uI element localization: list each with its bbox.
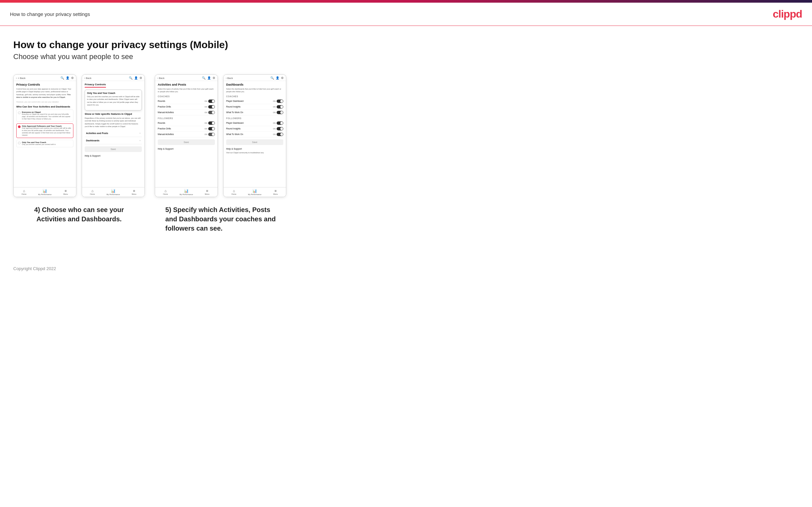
followers-rounds-label: Rounds <box>158 122 165 124</box>
person-icon4[interactable]: 👤 <box>276 76 279 79</box>
dash-followers-player-toggle[interactable]: ON <box>273 121 283 125</box>
dash-followers-workon-toggle[interactable]: ON <box>273 133 283 136</box>
dashboards-label: Dashboards <box>86 139 99 142</box>
screen1-body: Privacy Controls Control how you and you… <box>14 81 76 187</box>
screen3-header: ‹ Back 🔍 👤 ⚙ <box>155 75 217 81</box>
followers-rounds-row: Rounds ON <box>158 120 215 126</box>
nav-performance-label: My Performance <box>38 193 51 195</box>
screen2-nav-menu[interactable]: ≡ Menu <box>123 187 145 197</box>
right-screenshot-pair: ‹ Back 🔍 👤 ⚙ Activities and Posts Select… <box>155 74 286 197</box>
coaches-rounds-toggle[interactable]: ON <box>205 100 215 103</box>
screen2-nav-home[interactable]: ⌂ Home <box>82 187 103 197</box>
screen2-nav-performance[interactable]: 📊 My Performance <box>103 187 124 197</box>
screen2-back[interactable]: ‹ Back <box>84 77 91 79</box>
coaches-drills-toggle[interactable]: ON <box>205 105 215 109</box>
option-coach-only-desc: Only you and the coaches you connect wit… <box>22 143 56 146</box>
home-icon5: ⌂ <box>233 189 235 193</box>
followers-manual-label: Manual Activities <box>158 133 174 135</box>
option-approved-desc: Only approved followers and coaches you … <box>22 127 72 136</box>
screen1-back[interactable]: ‹ < Back <box>16 77 26 79</box>
caption5-line2: and Dashboards your coaches and <box>165 215 276 223</box>
logo: clippd <box>773 8 802 20</box>
home-icon: ⌂ <box>23 189 25 193</box>
nav-menu-label: Menu <box>63 193 68 195</box>
screen2-save-btn[interactable]: Save <box>85 146 142 152</box>
activities-arrow: › <box>140 132 141 135</box>
dash-followers-insights-toggle[interactable]: ON <box>273 127 283 130</box>
nav-home-label: Home <box>21 193 27 195</box>
coaches-manual-label: Manual Activities <box>158 111 174 113</box>
screen2-dashboards-item[interactable]: Dashboards › <box>85 137 142 144</box>
screen2-tab[interactable]: Privacy Controls <box>85 83 106 88</box>
radio-approved[interactable] <box>18 125 20 128</box>
caption4: 4) Choose who can see your Activities an… <box>26 205 132 224</box>
radio-everyone[interactable] <box>18 111 20 114</box>
dash-coaches-player-label: Player Dashboard <box>226 100 244 102</box>
popup-text: Only you and the coaches you connect wit… <box>87 95 140 106</box>
screen2-header: ‹ Back 🔍 👤 ⚙ <box>82 75 145 81</box>
settings-icon3[interactable]: ⚙ <box>212 76 215 79</box>
left-screenshot-group: ‹ < Back 🔍 👤 ⚙ Privacy Controls Control … <box>13 74 145 224</box>
dash-coaches-workon-toggle[interactable]: ON <box>273 111 283 114</box>
search-icon3[interactable]: 🔍 <box>202 76 206 79</box>
page-subheading: Choose what you want people to see <box>13 52 452 61</box>
radio-coach-only[interactable] <box>18 142 20 144</box>
screen4-help-text: Visit our Clippd community to troublesho… <box>226 151 283 154</box>
option-everyone[interactable]: Everyone on Clippd Everyone on Clippd ca… <box>16 110 73 122</box>
dash-followers-insights-row: Round Insights ON <box>226 126 283 132</box>
screen1-sub-text: However, you can control who can see you… <box>16 101 73 103</box>
dash-coaches-insights-toggle[interactable]: ON <box>273 105 283 109</box>
followers-drills-row: Practice Drills ON <box>158 126 215 132</box>
screen1-nav-performance[interactable]: 📊 My Performance <box>35 187 55 197</box>
screen3-bottom-nav: ⌂ Home 📊 My Performance ≡ Menu <box>155 187 217 197</box>
screen4-desc: Select the dashboards that you'd like to… <box>226 88 283 93</box>
search-icon[interactable]: 🔍 <box>60 76 64 79</box>
settings-icon[interactable]: ⚙ <box>71 76 74 79</box>
screen3-nav-menu[interactable]: ≡ Menu <box>197 187 217 197</box>
screen4-nav-performance[interactable]: 📊 My Performance <box>244 187 265 197</box>
screen4-nav-home[interactable]: ⌂ Home <box>223 187 244 197</box>
option-approved[interactable]: Only Approved Followers and Your Coach O… <box>16 123 73 138</box>
top-accent-bar <box>0 0 812 3</box>
search-icon2[interactable]: 🔍 <box>129 76 133 79</box>
followers-manual-toggle[interactable]: ON <box>205 133 215 136</box>
header-title: How to change your privacy settings <box>10 11 90 17</box>
settings-icon4[interactable]: ⚙ <box>281 76 284 79</box>
screen4-header: ‹ Back 🔍 👤 ⚙ <box>223 75 286 81</box>
option-coach-only[interactable]: Only You and Your Coach Only you and the… <box>16 140 73 147</box>
screen4-nav-menu[interactable]: ≡ Menu <box>265 187 286 197</box>
search-icon4[interactable]: 🔍 <box>270 76 274 79</box>
screen3-save-btn[interactable]: Save <box>158 139 215 145</box>
header: How to change your privacy settings clip… <box>0 3 812 26</box>
screen3-nav-home[interactable]: ⌂ Home <box>155 187 176 197</box>
caption5-line1: 5) Specify which Activities, Posts <box>165 206 270 213</box>
caption5: 5) Specify which Activities, Posts and D… <box>165 205 276 233</box>
followers-drills-toggle[interactable]: ON <box>205 127 215 130</box>
screen2-activities-item[interactable]: Activities and Posts › <box>85 130 142 137</box>
person-icon3[interactable]: 👤 <box>207 76 211 79</box>
caption5-line3: followers can see. <box>165 225 222 232</box>
settings-icon2[interactable]: ⚙ <box>140 76 142 79</box>
show-hide-text: Regardless of the privacy controls that … <box>85 117 142 128</box>
screen1-mockup: ‹ < Back 🔍 👤 ⚙ Privacy Controls Control … <box>13 74 77 197</box>
screen3-nav-performance[interactable]: 📊 My Performance <box>176 187 197 197</box>
screen4-save-btn[interactable]: Save <box>226 139 283 145</box>
left-screenshot-pair: ‹ < Back 🔍 👤 ⚙ Privacy Controls Control … <box>13 74 145 197</box>
dash-coaches-player-toggle[interactable]: ON <box>273 100 283 103</box>
screen1-nav-home[interactable]: ⌂ Home <box>14 187 35 197</box>
dash-coaches-player-row: Player Dashboard ON <box>226 99 283 104</box>
followers-manual-row: Manual Activities ON <box>158 132 215 137</box>
perf-icon4: 📊 <box>184 189 189 193</box>
coaches-manual-row: Manual Activities ON <box>158 110 215 115</box>
screen3-back[interactable]: ‹ Back <box>157 77 164 79</box>
screen3-title: Activities and Posts <box>158 83 215 86</box>
followers-rounds-toggle[interactable]: ON <box>205 121 215 125</box>
person-icon2[interactable]: 👤 <box>134 76 138 79</box>
screen1-section-title: Privacy Controls <box>16 83 73 86</box>
activities-label: Activities and Posts <box>86 132 108 134</box>
person-icon[interactable]: 👤 <box>66 76 69 79</box>
screen1-nav-menu[interactable]: ≡ Menu <box>55 187 76 197</box>
screen4-back[interactable]: ‹ Back <box>226 77 233 79</box>
coaches-manual-toggle[interactable]: ON <box>205 111 215 114</box>
dash-followers-player-label: Player Dashboard <box>226 122 244 124</box>
